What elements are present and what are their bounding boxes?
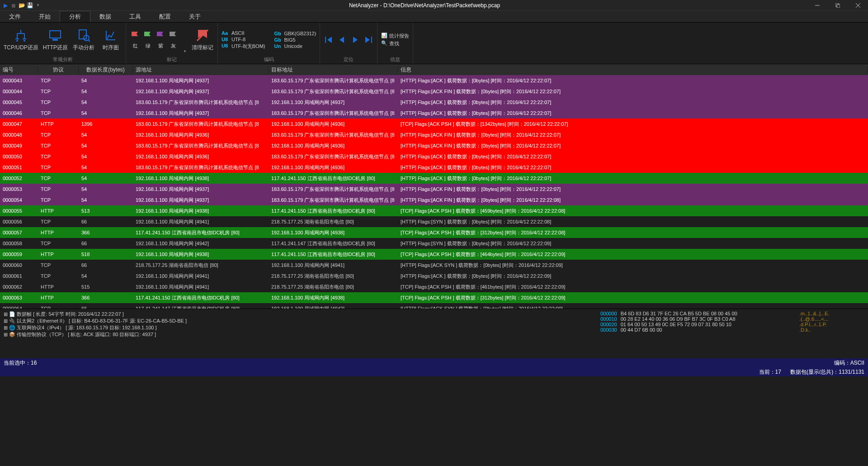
table-row[interactable]: 0000060TCP66218.75.177.25 湖南省岳阳市电信 [80]1… <box>0 260 868 271</box>
tree-node[interactable]: ⊞ 🌐 互联网协议4（IPv4） [ 源: 183.60.15.179 目标: … <box>4 324 593 331</box>
ribbon-group-locate: 定位 <box>320 23 377 64</box>
encoding-0-2[interactable]: U8UTF-8(无BOM) <box>222 43 265 50</box>
menu-tab-4[interactable]: 工具 <box>120 11 150 22</box>
nav-next-icon[interactable] <box>351 35 360 44</box>
ribbon-group-analysis: TCP/UDP还原HTTP还原手动分析时序图 常规分析 <box>0 23 126 64</box>
flag-紫[interactable]: 紫 <box>155 31 166 49</box>
table-row[interactable]: 0000047HTTP1396183.60.15.179 广东省深圳市腾讯计算机… <box>0 119 868 129</box>
status-count: 数据包(显示/总共)：1131/1131 <box>790 369 864 375</box>
save-icon[interactable]: 💾 <box>26 2 33 9</box>
detail-panes: ⊞ 📄 数据帧 [ 长度: 54字节 时间: 2016/4/12 22:22:0… <box>0 309 868 358</box>
dropdown-icon[interactable]: ▼ <box>34 2 42 9</box>
tree-node[interactable]: ⊞ 🔌 以太网2（Ethernet II） [ 目标: B4-6D-83-D6-… <box>4 318 593 324</box>
analysis-1[interactable]: HTTP还原 <box>43 28 68 52</box>
encoding-1-1[interactable]: GbBIG5 <box>274 37 316 43</box>
svg-rect-2 <box>837 5 840 8</box>
menu-tab-0[interactable]: 文件 <box>0 11 30 22</box>
table-row[interactable]: 0000050TCP54192.168.1.100 局域网内网 [4936]18… <box>0 151 868 162</box>
table-row[interactable]: 0000054TCP54192.168.1.100 局域网内网 [4937]18… <box>0 195 868 205</box>
close-button[interactable] <box>848 0 868 11</box>
status-selection: 当前选中：16 <box>4 359 37 367</box>
encoding-1-0[interactable]: GbGBK(GB2312) <box>274 31 316 36</box>
maximize-button[interactable] <box>828 0 848 11</box>
hex-line[interactable]: 00003000 44 D7 6B 00 00 <box>600 327 792 333</box>
titlebar: ▶ ◼ 📂 💾 ▼ NetAnalyzer - D:\OneDrive\NetA… <box>0 0 868 11</box>
menu-tab-2[interactable]: 分析 <box>60 11 90 22</box>
packet-tree[interactable]: ⊞ 📄 数据帧 [ 长度: 54字节 时间: 2016/4/12 22:22:0… <box>0 309 597 358</box>
table-row[interactable]: 0000062HTTP515192.168.1.100 局域网内网 [4941]… <box>0 281 868 292</box>
ascii-line: .m..1..&..]...E. <box>799 311 864 316</box>
table-row[interactable]: 0000044TCP54192.168.1.100 局域网内网 [4937]18… <box>0 86 868 97</box>
table-row[interactable]: 0000048TCP54192.168.1.100 局域网内网 [4936]18… <box>0 129 868 140</box>
table-row[interactable]: 0000058TCP66192.168.1.100 局域网内网 [4942]11… <box>0 238 868 249</box>
clear-mark-button[interactable]: 清理标记 <box>191 28 214 52</box>
ribbon: TCP/UDP还原HTTP还原手动分析时序图 常规分析 红绿紫灰 ▼ 清理标记 … <box>0 23 868 64</box>
col-header-3[interactable]: 源地址 <box>133 66 269 74</box>
flag-dropdown-icon[interactable]: ▼ <box>183 49 187 55</box>
table-row[interactable]: 0000045TCP54183.60.15.179 广东省深圳市腾讯计算机系统电… <box>0 97 868 108</box>
stop-icon[interactable]: ◼ <box>10 2 17 9</box>
table-row[interactable]: 0000052TCP54192.168.1.100 局域网内网 [4938]11… <box>0 173 868 184</box>
tree-node[interactable]: ⊞ 📦 传输控制协议（TCP） [ 标志: ACK 源端口: 80 目标端口: … <box>4 331 593 338</box>
flag-红[interactable]: 红 <box>130 31 141 49</box>
table-row[interactable]: 0000051TCP54183.60.15.179 广东省深圳市腾讯计算机系统电… <box>0 162 868 173</box>
svg-rect-8 <box>52 39 58 41</box>
hex-line[interactable]: 000000B4 6D 83 D6 31 7F EC 26 CA B5 5D B… <box>600 311 792 316</box>
menu-tab-1[interactable]: 开始 <box>30 11 60 22</box>
info-item-1[interactable]: 🔍查找 <box>381 40 409 47</box>
ascii-line: .d.P.I...r..1.P. <box>799 322 864 327</box>
table-row[interactable]: 0000043TCP54192.168.1.100 局域网内网 [4937]18… <box>0 75 868 86</box>
table-row[interactable]: 0000059HTTP518192.168.1.100 局域网内网 [4938]… <box>0 249 868 260</box>
minimize-button[interactable] <box>807 0 827 11</box>
encoding-0-1[interactable]: U8UTF-8 <box>222 37 265 42</box>
table-body[interactable]: 0000043TCP54192.168.1.100 局域网内网 [4937]18… <box>0 75 868 309</box>
menu-tab-6[interactable]: 关于 <box>180 11 210 22</box>
ascii-view: .m..1..&..]...E..(..@.6.....<....d.P.I..… <box>796 309 868 358</box>
window-title: NetAnalyzer - D:\OneDrive\NetAnalyzer\Te… <box>349 2 500 9</box>
nav-prev-icon[interactable] <box>337 35 346 44</box>
flag-绿[interactable]: 绿 <box>142 31 153 49</box>
encoding-1-2[interactable]: UnUnicode <box>274 43 316 49</box>
table-row[interactable]: 0000055HTTP513192.168.1.100 局域网内网 [4938]… <box>0 205 868 216</box>
table-row[interactable]: 0000053TCP54192.168.1.100 局域网内网 [4937]18… <box>0 184 868 195</box>
ribbon-group-info: 📊统计报告🔍查找 信息 <box>377 23 413 64</box>
ascii-line: .D.k.. <box>799 327 864 333</box>
play-icon[interactable]: ▶ <box>2 2 9 9</box>
nav-first-icon[interactable] <box>324 35 333 44</box>
hex-view[interactable]: 000000B4 6D 83 D6 31 7F EC 26 CA B5 5D B… <box>597 309 796 358</box>
analysis-0[interactable]: TCP/UDP还原 <box>4 28 38 52</box>
col-header-1[interactable]: 协议 <box>38 66 79 74</box>
menu-tab-3[interactable]: 数据 <box>90 11 120 22</box>
menu-tab-5[interactable]: 配置 <box>150 11 180 22</box>
open-folder-icon[interactable]: 📂 <box>18 2 25 9</box>
nav-last-icon[interactable] <box>364 35 373 44</box>
ribbon-group-mark: 红绿紫灰 ▼ 清理标记 标记 <box>126 23 218 64</box>
hex-line[interactable]: 00002001 64 00 50 13 49 0C 0E F5 72 09 0… <box>600 322 792 327</box>
col-header-4[interactable]: 目标地址 <box>269 66 398 74</box>
table-row[interactable]: 0000064TCP66117.41.241.147 江西省南昌市电信IDC机房… <box>0 303 868 309</box>
svg-point-5 <box>16 40 18 42</box>
table-row[interactable]: 0000046TCP54192.168.1.100 局域网内网 [4937]18… <box>0 108 868 119</box>
info-item-0[interactable]: 📊统计报告 <box>381 33 409 39</box>
table-row[interactable]: 0000061TCP54192.168.1.100 局域网内网 [4941]21… <box>0 271 868 281</box>
col-header-2[interactable]: 数据长度(bytes) <box>79 66 133 74</box>
tree-node[interactable]: ⊞ 📄 数据帧 [ 长度: 54字节 时间: 2016/4/12 22:22:0… <box>4 311 593 318</box>
table-header: 编号协议数据长度(bytes)源地址目标地址信息 <box>0 64 868 75</box>
encoding-0-0[interactable]: AaASCII <box>222 30 265 36</box>
flag-灰[interactable]: 灰 <box>168 31 179 49</box>
analysis-3[interactable]: 时序图 <box>99 28 122 52</box>
table-row[interactable]: 0000049TCP54183.60.15.179 广东省深圳市腾讯计算机系统电… <box>0 140 868 151</box>
ribbon-group-encoding: AaASCIIU8UTF-8U8UTF-8(无BOM)GbGBK(GB2312)… <box>218 23 320 64</box>
ascii-line: .(..@.6.....<... <box>799 316 864 322</box>
analysis-2[interactable]: 手动分析 <box>72 28 95 52</box>
svg-rect-7 <box>50 31 61 38</box>
svg-rect-9 <box>79 30 86 39</box>
table-row[interactable]: 0000057HTTP366117.41.241.150 江西省南昌市电信IDC… <box>0 227 868 238</box>
col-header-0[interactable]: 编号 <box>0 66 38 74</box>
hex-line[interactable]: 00001000 28 E2 14 40 00 36 06 D9 BF B7 3… <box>600 316 792 322</box>
menubar: 文件开始分析数据工具配置关于 <box>0 11 868 23</box>
table-row[interactable]: 0000056TCP66192.168.1.100 局域网内网 [4941]21… <box>0 216 868 227</box>
table-row[interactable]: 0000063HTTP366117.41.241.150 江西省南昌市电信IDC… <box>0 292 868 303</box>
status-bar-lower: 当前：17 数据包(显示/总共)：1131/1131 <box>0 367 868 376</box>
col-header-5[interactable]: 信息 <box>398 66 868 74</box>
